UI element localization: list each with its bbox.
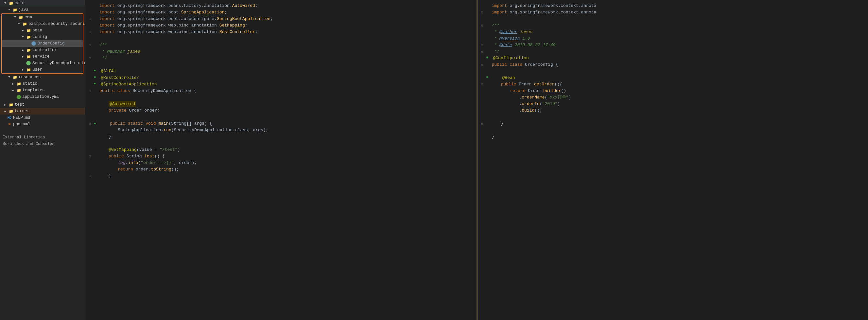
arrow-icon (3, 102, 8, 107)
fold-icon[interactable]: ⊟ (480, 42, 485, 49)
sidebar-item-controller[interactable]: controller (2, 47, 83, 53)
sidebar-item-label: pom.xml (13, 122, 30, 127)
sidebar-item-orderconfig[interactable]: OrderConfig (2, 40, 83, 47)
spacer-icon (10, 94, 15, 99)
config-icon (31, 41, 36, 46)
sidebar-item-label: java (19, 7, 28, 12)
sidebar-item-main[interactable]: main (0, 0, 85, 6)
bean-gutter-icon[interactable]: ◉ (485, 75, 490, 80)
editor-pane-left[interactable]: import org.springframework.beans.factory… (85, 0, 476, 320)
fold-icon[interactable]: ⊟ (88, 29, 92, 35)
sidebar-item-external-libs[interactable]: External Libraries (0, 134, 85, 141)
code-line: import org.springframework.beans.factory… (85, 3, 476, 9)
sidebar-item-appyml[interactable]: application.yml (0, 94, 85, 100)
fold-icon[interactable]: ⊟ (480, 81, 485, 88)
code-line (85, 140, 476, 147)
fold-icon[interactable]: ⊟ (88, 42, 92, 49)
sidebar-item-label: static (23, 82, 37, 86)
code-content: @GetMapping(value = "/test") (99, 147, 473, 153)
sidebar-item-helpmd[interactable]: MD HELP.md (0, 115, 85, 121)
sidebar-item-bean[interactable]: bean (2, 27, 83, 34)
sidebar-item-java[interactable]: java (0, 6, 85, 13)
sidebar-item-label: OrderConfig (38, 41, 65, 46)
sidebar-item-label: service (32, 54, 50, 59)
fold-icon[interactable]: ⊟ (88, 173, 92, 179)
arrow-icon (6, 7, 12, 12)
sidebar-item-label: controller (32, 48, 57, 52)
code-content: public class OrderConfig { (492, 61, 866, 68)
code-line: SpringApplication.run(SecurityDemoApplic… (85, 127, 476, 134)
code-line (477, 68, 868, 75)
code-content: @Autowired (99, 101, 473, 107)
editor-pane-right[interactable]: import org.springframework.context.annot… (477, 0, 868, 320)
code-content: import org.springframework.context.annot… (492, 9, 866, 16)
code-content: @Configuration (493, 55, 866, 61)
sidebar-item-label: application.yml (22, 94, 59, 99)
fold-icon[interactable]: ⊟ (88, 88, 92, 94)
code-line: ◉ @RestController (85, 75, 476, 81)
fold-icon[interactable]: ⊟ (88, 55, 92, 61)
sidebar-item-pomxml[interactable]: M pom.xml (0, 121, 85, 127)
code-line: } (477, 134, 868, 140)
sidebar-item-example[interactable]: example.security.securitydemo (2, 21, 83, 27)
code-line: .orderName("xxx订单") (477, 94, 868, 101)
run-main-icon[interactable]: ▶ (92, 121, 97, 126)
sidebar-item-service[interactable]: service (2, 53, 83, 60)
sidebar-item-label: SecurityDemoApplication (32, 61, 85, 65)
sidebar-item-test[interactable]: test (0, 101, 85, 108)
code-line: ⊟ } (85, 173, 476, 179)
sidebar-item-securitydemoapp[interactable]: SecurityDemoApplication (2, 60, 83, 66)
code-content: @Slf4j (101, 68, 473, 75)
bean-indicator-icon[interactable]: ◉ (92, 75, 97, 80)
code-line: import org.springframework.web.bind.anno… (85, 22, 476, 29)
bean-run-icon[interactable]: ▶ (92, 68, 97, 73)
code-content: /** (492, 22, 866, 29)
code-line: * @author james (477, 29, 868, 35)
code-line: return order.toString(); (85, 166, 476, 173)
folder-icon (26, 67, 31, 72)
editor-area: import org.springframework.beans.factory… (85, 0, 868, 320)
sidebar-item-templates[interactable]: templates (0, 87, 85, 94)
code-line (477, 114, 868, 120)
code-line (477, 16, 868, 22)
code-content: */ (492, 49, 866, 55)
sidebar-item-scratches[interactable]: Scratches and Consoles (0, 141, 85, 147)
fold-icon[interactable]: ⊟ (88, 16, 92, 22)
code-line: ⊟ public class OrderConfig { (477, 61, 868, 68)
fold-icon[interactable]: ⊟ (480, 120, 485, 127)
sidebar-item-target[interactable]: target (0, 108, 85, 115)
arrow-icon (6, 75, 12, 80)
code-content: @Bean (493, 75, 866, 81)
code-line: ⊟ import org.springframework.boot.autoco… (85, 16, 476, 22)
sidebar-item-com[interactable]: com (2, 14, 83, 21)
file-tree-sidebar[interactable]: main java com example.security.securityd… (0, 0, 85, 320)
fold-icon[interactable]: ⊟ (480, 61, 485, 68)
code-line: ⊟ ▶ public static void main(String[] arg… (85, 120, 476, 127)
sidebar-item-static[interactable]: static (0, 81, 85, 87)
sidebar-item-label: templates (23, 88, 45, 93)
fold-icon[interactable]: ⊟ (480, 49, 485, 55)
fold-icon[interactable]: ⊟ (480, 22, 485, 29)
arrow-icon (3, 1, 8, 6)
code-content: * @author james (99, 49, 473, 55)
config-gutter-icon[interactable]: ◉ (485, 55, 490, 60)
arrow-icon (20, 28, 26, 33)
fold-icon[interactable]: ⊟ (88, 120, 92, 127)
run-app-icon[interactable]: ▶ (92, 81, 97, 86)
code-line (85, 35, 476, 42)
code-content: @SpringBootApplication (101, 81, 473, 88)
code-content: import org.springframework.web.bind.anno… (99, 22, 473, 29)
sidebar-item-user[interactable]: user (2, 66, 83, 73)
code-content: SpringApplication.run(SecurityDemoApplic… (99, 127, 473, 134)
code-content: } (99, 134, 473, 140)
sidebar-item-resources[interactable]: resources (0, 74, 85, 81)
code-content: public String test() { (99, 153, 473, 160)
sidebar-item-config[interactable]: config (2, 34, 83, 40)
code-line: ⊟ * @date 2019-08-27 17:49 (477, 42, 868, 49)
code-content: .orderName("xxx订单") (492, 94, 866, 101)
fold-icon[interactable]: ⊟ (480, 9, 485, 16)
arrow-icon (20, 54, 26, 59)
folder-icon (8, 102, 14, 107)
code-content: } (99, 173, 473, 179)
fold-icon[interactable]: ⊟ (88, 153, 92, 160)
